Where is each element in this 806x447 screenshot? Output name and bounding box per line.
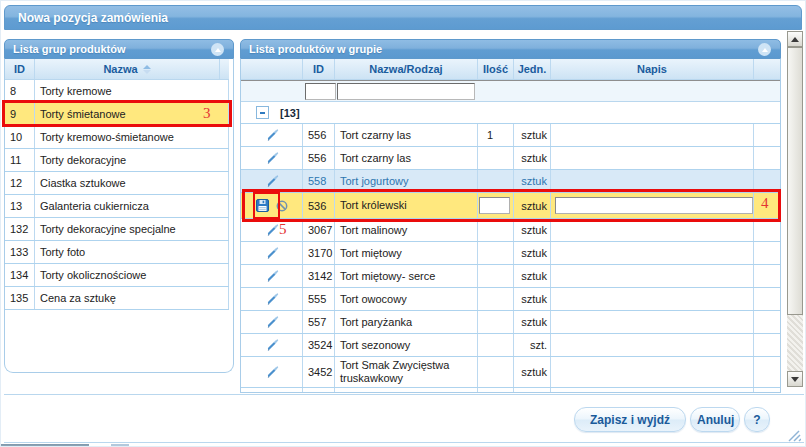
caption-input[interactable] (555, 197, 753, 214)
dialog-titlebar[interactable]: Nowa pozycja zamówienia (4, 5, 802, 30)
group-row[interactable]: 10Torty kremowo-śmietanowe (5, 126, 229, 149)
dialog-title: Nowa pozycja zamówienia (5, 6, 801, 25)
product-caption (551, 265, 754, 287)
product-unit: szt. (514, 334, 551, 356)
row-actions (241, 219, 303, 241)
product-row[interactable]: 555Tort owocowysztuk (241, 288, 780, 311)
edit-icon[interactable] (265, 365, 279, 379)
product-qty (478, 388, 514, 393)
product-row[interactable]: 536Tort królewskisztuk (241, 193, 780, 219)
edit-icon[interactable] (265, 315, 279, 329)
product-name: Tort sezonowy (335, 334, 478, 356)
product-name: Tort Smak Zwycięstwa truskawkowy (335, 357, 478, 387)
collapse-panel-icon[interactable] (758, 43, 771, 56)
group-row[interactable]: 132Torty dekoracyjne specjalne (5, 218, 229, 241)
column-header-nazwa[interactable]: Nazwa (35, 59, 220, 79)
collapse-panel-icon[interactable] (211, 43, 224, 56)
left-panel-title: Lista grup produktów (5, 40, 233, 55)
edit-icon[interactable] (265, 174, 279, 188)
product-row[interactable]: 556Tort czarny las1sztuk (241, 124, 780, 147)
scroll-up-button[interactable] (787, 31, 803, 47)
save-icon[interactable] (256, 199, 269, 212)
help-button[interactable]: ? (744, 407, 770, 432)
row-spacer (754, 265, 780, 287)
group-name: Torty dekoracyjne (35, 149, 229, 171)
group-row[interactable]: 133Torty foto (5, 241, 229, 264)
group-row[interactable]: 8Torty kremowe (5, 80, 229, 103)
left-panel-body: ID Nazwa 8Torty kremowe9Torty śmietanowe… (4, 59, 234, 373)
qty-input[interactable] (479, 197, 510, 214)
product-row[interactable] (241, 388, 780, 393)
row-actions (241, 193, 303, 218)
row-spacer (754, 357, 780, 387)
row-spacer (754, 219, 780, 241)
scroll-down-button[interactable] (787, 371, 803, 387)
right-header-spacer (754, 59, 780, 79)
product-qty (478, 242, 514, 264)
edit-icon[interactable] (265, 223, 279, 237)
group-name: Torty kremowo-śmietanowe (35, 126, 229, 148)
resize-grip[interactable] (786, 429, 801, 443)
product-row[interactable]: 556Tort czarny lassztuk (241, 147, 780, 170)
row-actions (241, 147, 303, 169)
filter-name-input[interactable] (337, 83, 475, 100)
product-row[interactable]: 3142Tort miętowy- sercesztuk (241, 265, 780, 288)
product-caption (551, 357, 754, 387)
edit-icon[interactable] (265, 151, 279, 165)
edit-icon[interactable] (265, 246, 279, 260)
group-row[interactable]: 11Torty dekoracyjne (5, 149, 229, 172)
product-row[interactable]: 3452Tort Smak Zwycięstwa truskawkowysztu… (241, 357, 780, 388)
column-header-nazwa-rodzaj[interactable]: Nazwa/Rodzaj (335, 59, 478, 79)
edit-icon[interactable] (265, 338, 279, 352)
scroll-track[interactable] (787, 315, 803, 371)
edit-icon[interactable] (265, 292, 279, 306)
product-unit: sztuk (514, 124, 551, 146)
cancel-icon[interactable] (276, 200, 288, 212)
scroll-thumb[interactable] (787, 47, 803, 315)
group-row[interactable]: 135Cena za sztukę (5, 287, 229, 310)
scrollbar[interactable] (787, 31, 803, 387)
row-actions (241, 357, 303, 387)
product-row[interactable]: 3524Tort sezonowyszt. (241, 334, 780, 357)
group-row[interactable]: 9Torty śmietanowe (5, 103, 229, 126)
group-name: Galanteria cukiernicza (35, 195, 229, 217)
collapse-group-icon[interactable] (256, 106, 269, 119)
product-row[interactable]: 3067Tort malinowysztuk (241, 219, 780, 242)
filter-id-input[interactable] (305, 83, 336, 100)
column-header-jedn[interactable]: Jedn. (514, 59, 551, 79)
product-qty (478, 193, 514, 218)
product-id: 3067 (303, 219, 335, 241)
product-caption (551, 147, 754, 169)
bottom-border (4, 442, 804, 443)
column-header-id[interactable]: ID (303, 59, 335, 79)
product-unit: sztuk (514, 311, 551, 333)
edit-icon[interactable] (265, 269, 279, 283)
save-exit-button[interactable]: Zapisz i wyjdź (574, 407, 686, 432)
sort-icon (143, 65, 151, 74)
column-header-ilosc[interactable]: Ilość (478, 59, 514, 79)
product-name: Tort miętowy- serce (335, 265, 478, 287)
product-id: 3142 (303, 265, 335, 287)
group-row[interactable]: 13Galanteria cukiernicza (5, 195, 229, 218)
group-name: Torty kremowe (35, 80, 229, 102)
row-spacer (754, 242, 780, 264)
product-qty (478, 219, 514, 241)
edit-icon[interactable] (265, 128, 279, 142)
group-row[interactable]: 134Torty okolicznościowe (5, 264, 229, 287)
right-panel-title: Lista produktów w grupie (241, 40, 780, 55)
column-header-napis[interactable]: Napis (551, 59, 754, 79)
product-unit: sztuk (514, 242, 551, 264)
product-id: 555 (303, 288, 335, 310)
product-name: Tort owocowy (335, 288, 478, 310)
column-header-id[interactable]: ID (5, 59, 35, 79)
product-row[interactable]: 558Tort jogurtowysztuk (241, 170, 780, 193)
product-id: 536 (303, 193, 335, 218)
product-id: 556 (303, 147, 335, 169)
product-row[interactable]: 3170Tort miętowysztuk (241, 242, 780, 265)
cancel-button[interactable]: Anuluj (690, 407, 740, 432)
group-row[interactable]: 12Ciastka sztukowe (5, 172, 229, 195)
product-caption (551, 288, 754, 310)
product-row[interactable]: 557Tort paryżankasztuk (241, 311, 780, 334)
edit-icon[interactable] (265, 392, 279, 393)
row-actions (241, 311, 303, 333)
